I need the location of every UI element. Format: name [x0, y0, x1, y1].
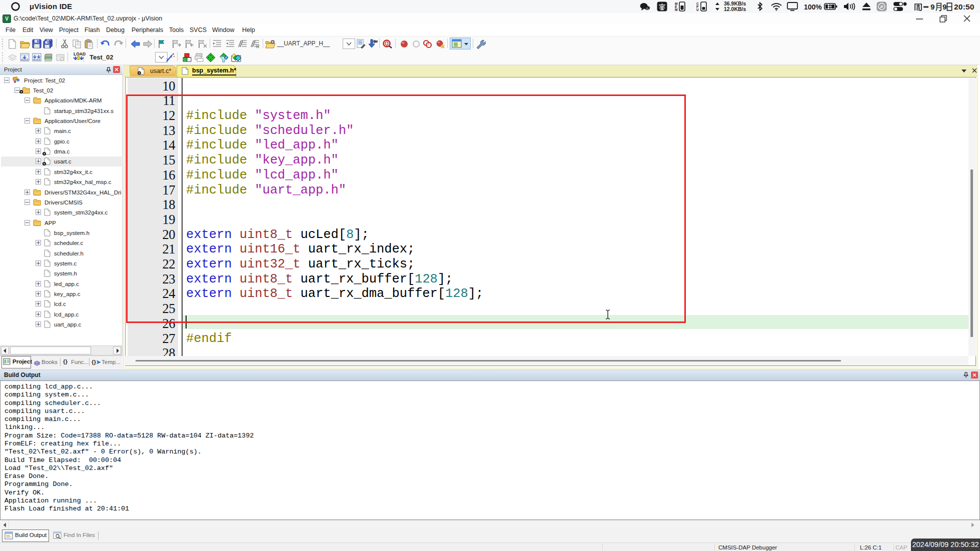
svg-text:G: G — [646, 7, 649, 10]
svg-text:U: U — [696, 8, 699, 12]
svg-text:M: M — [675, 8, 677, 12]
svg-text:Q: Q — [385, 41, 389, 46]
svg-text:V: V — [5, 16, 9, 22]
svg-text:P: P — [880, 4, 883, 10]
